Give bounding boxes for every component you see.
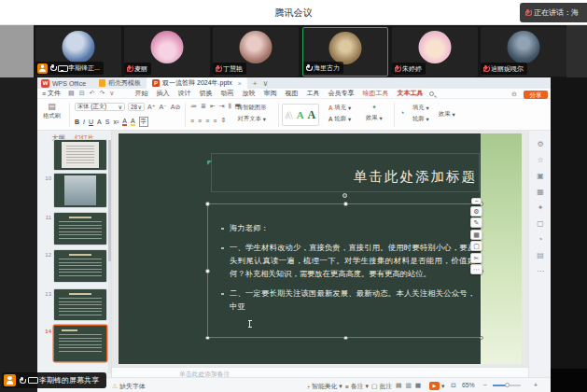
comment-button[interactable]: 批注 [379,382,392,391]
char-frame-button[interactable]: 字 [139,117,148,127]
gallery-icon[interactable]: ▦ [529,188,552,196]
wordart-style-2[interactable]: A [297,109,304,120]
resize-handle[interactable] [205,269,210,273]
indent-icon[interactable]: ⇥ [219,103,225,110]
view-sorter-icon[interactable]: ▥ [405,382,411,389]
crop-tool-button[interactable]: ▢ [470,241,482,251]
resize-handle[interactable] [343,336,348,341]
cut-tool-button[interactable]: ✂ [470,253,482,263]
tab-slideshow[interactable]: 放映 [242,89,255,98]
underline-button[interactable]: U [89,119,93,125]
image-tool-button[interactable]: ▦ [470,230,482,240]
new-tab-button[interactable]: + [253,79,258,88]
collapse-ribbon-icon[interactable]: ⊖ [511,91,517,98]
convert-smartart-button[interactable]: 转智能图形 [237,104,266,112]
font-color-button[interactable]: A [122,118,127,126]
tab-document[interactable]: P 双一流答辩 2024年.pptx × [147,77,247,89]
participant-tile[interactable]: 迪丽妮嘎尔 [481,27,566,77]
history-icon[interactable]: ◔ [529,235,552,244]
clipboard-icon[interactable]: ▤ [48,102,56,111]
tab-drawing-tools[interactable]: 绘图工具 [362,89,388,98]
title-placeholder[interactable]: 单击此处添加标题 [211,153,480,192]
resize-handle[interactable] [343,202,348,206]
participant-tile[interactable]: 李期锋正... [35,27,121,77]
search-icon[interactable] [429,91,434,96]
missing-font-label[interactable]: 缺失字体 [119,382,145,391]
frame-icon[interactable]: ▢ [529,219,552,228]
participant-tile[interactable]: 丁慧艳 [213,27,299,77]
tab-design[interactable]: 设计 [177,89,190,98]
notes-bar[interactable]: 单击此处添加备注 [112,367,528,377]
numbered-list-icon[interactable]: ≣ [201,103,206,110]
align-right-icon[interactable]: ≡ [205,118,209,124]
shape-effect-button[interactable]: 效果 [439,110,451,119]
wordart-style-3[interactable]: A [308,108,316,122]
wordart-gallery[interactable]: A A A [282,104,319,126]
slide-thumbnail[interactable] [54,250,106,282]
slide-thumbnail[interactable] [54,174,106,207]
format-painter-button[interactable]: 格式刷 [43,112,61,120]
text-effect-button[interactable]: 效果 [366,114,378,122]
media-icon[interactable]: ▤ [529,251,552,259]
fit-window-icon[interactable]: ⊡ [451,382,456,389]
participant-tile-speaking[interactable]: 海里古力 [302,27,388,77]
bullet-list-icon[interactable]: ≔ [190,103,197,110]
tab-member[interactable]: 会员专享 [328,89,354,98]
decrease-font-icon[interactable]: A⁻ [159,104,166,111]
redo-icon[interactable]: ↷ [99,90,105,97]
tab-text-tools[interactable]: 文本工具 [397,89,423,98]
tab-review[interactable]: 审阅 [263,89,276,98]
outdent-icon[interactable]: ⇤ [210,103,216,110]
undo-icon[interactable]: ↶ [90,90,95,97]
slideshow-play-button[interactable]: ▶ [429,382,440,390]
align-text-button[interactable]: 对齐文本 [238,115,261,123]
char-button[interactable]: A [97,119,102,125]
tab-animation[interactable]: 动画 [220,89,233,98]
slide-thumbnail-selected[interactable] [54,326,106,361]
slide-thumbnail[interactable] [54,289,106,320]
file-menu[interactable]: ≡ 文件 [42,89,61,98]
highlight-button[interactable]: A [131,118,135,126]
tab-insert[interactable]: 插入 [156,89,169,98]
superscript-button[interactable]: x² [113,119,119,125]
text-outline-button[interactable]: 轮廓 [334,115,346,123]
view-normal-icon[interactable]: ▤ [396,382,401,389]
clear-format-icon[interactable]: A⊘ [171,104,181,111]
layers-icon[interactable]: ▣ [529,172,552,180]
tab-docer[interactable]: 稻壳秀模板 [93,77,147,89]
bold-button[interactable]: B [75,119,79,125]
tab-list-button[interactable]: ∨ [263,79,269,88]
ai-tool-button[interactable]: ⚙ [470,206,482,217]
zoom-out-button[interactable]: − [483,382,487,388]
increase-font-icon[interactable]: A⁺ [147,104,155,111]
favorites-icon[interactable]: ☆ [529,156,552,164]
properties-icon[interactable]: ⚙ [529,140,552,148]
text-fill-button[interactable]: 填充 [334,104,346,112]
more-tools-button[interactable]: ⋯ [470,264,482,274]
italic-button[interactable]: I [83,119,85,125]
align-justify-icon[interactable]: ≡ [213,118,217,124]
font-name-select[interactable]: 宋体 (正文)∨ [75,103,125,111]
tab-home[interactable]: 开始 [134,89,147,98]
save-icon[interactable]: ▤ [68,90,75,97]
more-icon[interactable]: ⋯ [529,267,552,275]
tab-tools[interactable]: 工具 [306,89,319,98]
share-button[interactable]: 分享 [524,91,548,99]
tab-view[interactable]: 视图 [285,89,298,98]
tab-transition[interactable]: 切换 [199,89,212,98]
zoom-in-button[interactable]: + [534,382,538,388]
line-spacing-icon[interactable]: ⇕ [220,117,226,124]
strike-button[interactable]: S [105,119,110,125]
font-size-select[interactable]: 28∨ [128,103,145,111]
close-tab-icon[interactable]: × [238,80,242,87]
shape-fill-button[interactable]: 填充 [412,104,425,112]
align-center-icon[interactable]: ≡ [198,118,202,124]
body-textbox-selected[interactable]: 海力老师： 一、学生材料改动少，直接负责，直接引用。使用时要特别小心，要从头到尾… [207,203,482,338]
slide-thumbnail[interactable] [54,140,106,170]
beautify-button[interactable]: 智能美化 [312,382,337,391]
view-read-icon[interactable]: ▦ [415,382,421,389]
collapse-toolbar-button[interactable]: − [471,198,482,204]
print-icon[interactable]: ⊟ [79,90,85,97]
effects-icon[interactable]: ✦ [529,203,552,212]
panel-scrollbar[interactable] [108,140,111,373]
